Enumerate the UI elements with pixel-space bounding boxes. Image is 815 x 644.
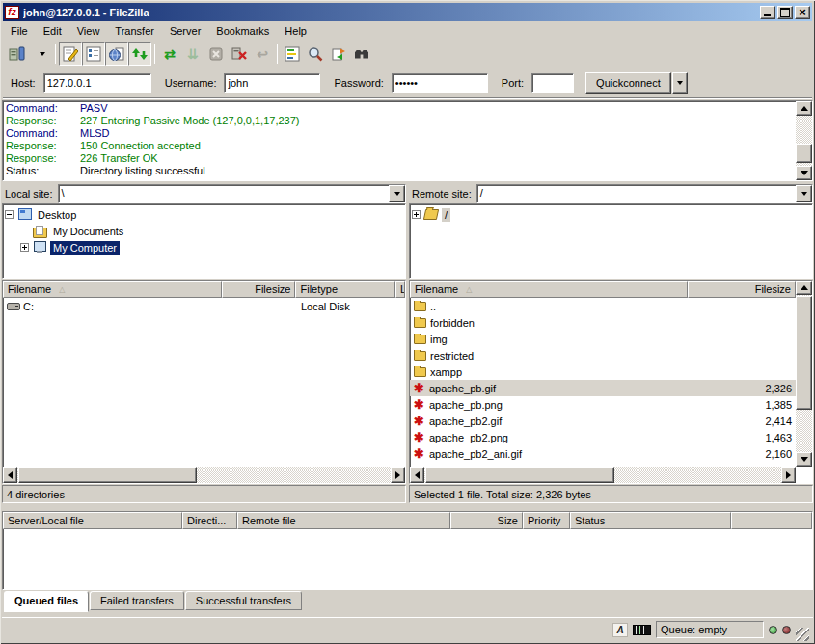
arrow-up-icon xyxy=(801,282,808,290)
local-tree-toggle-button[interactable] xyxy=(82,42,105,66)
menu-help[interactable]: Help xyxy=(277,23,314,39)
port-input[interactable] xyxy=(531,73,574,93)
expand-icon[interactable] xyxy=(20,243,29,252)
local-horizontal-scrollbar[interactable] xyxy=(3,467,405,483)
process-queue-button[interactable] xyxy=(181,42,204,66)
menu-transfer[interactable]: Transfer xyxy=(107,23,162,39)
scroll-left-button[interactable] xyxy=(3,467,17,483)
menu-view[interactable]: View xyxy=(69,23,108,39)
toolbar xyxy=(3,40,812,67)
scroll-up-button[interactable] xyxy=(796,281,812,295)
scrollbar-thumb[interactable] xyxy=(18,467,197,483)
remote-list-header: Filename△ Filesize xyxy=(410,281,812,298)
chevron-down-icon xyxy=(677,81,683,88)
disconnect-button[interactable] xyxy=(228,42,251,66)
remote-file-row[interactable]: xampp xyxy=(410,363,812,380)
password-input[interactable] xyxy=(392,73,488,93)
search-button[interactable] xyxy=(304,42,327,66)
scrollbar-thumb[interactable] xyxy=(425,467,614,483)
disconnect-icon xyxy=(231,46,247,62)
remote-file-row[interactable]: apache_pb.png 1,385 xyxy=(410,396,812,413)
close-button[interactable] xyxy=(795,6,810,19)
transfer-type-icon[interactable] xyxy=(612,623,628,637)
collapse-icon[interactable] xyxy=(5,210,14,219)
remote-file-row[interactable]: img xyxy=(410,331,812,347)
menu-file[interactable]: File xyxy=(3,23,36,39)
tree-item-my-computer[interactable]: My Computer xyxy=(20,239,405,255)
column-server-local-file[interactable]: Server/Local file xyxy=(3,512,182,529)
username-input[interactable] xyxy=(224,73,320,93)
column-priority[interactable]: Priority xyxy=(523,512,570,529)
menu-bookmarks[interactable]: Bookmarks xyxy=(208,23,277,39)
filter-button[interactable] xyxy=(281,42,304,66)
column-filename[interactable]: Filename△ xyxy=(3,281,222,298)
queue-toggle-button[interactable] xyxy=(128,42,151,66)
minimize-button[interactable] xyxy=(760,6,775,19)
remote-file-row[interactable]: apache_pb2.png 1,463 xyxy=(410,429,812,445)
remote-file-row[interactable]: forbidden xyxy=(410,314,812,331)
host-input[interactable] xyxy=(43,73,151,93)
column-size[interactable]: Size xyxy=(450,512,523,529)
expand-icon[interactable] xyxy=(412,210,421,219)
tab-queued-files[interactable]: Queued files xyxy=(4,591,89,612)
remote-vertical-scrollbar[interactable] xyxy=(796,281,812,467)
file-size: 1,385 xyxy=(688,399,796,411)
maximize-button[interactable] xyxy=(777,6,793,19)
combo-dropdown-button[interactable] xyxy=(389,185,405,202)
column-filename[interactable]: Filename△ xyxy=(410,281,688,298)
reconnect-icon xyxy=(257,47,268,61)
local-file-row[interactable]: C: Local Disk xyxy=(3,298,405,314)
synchronized-browsing-button[interactable] xyxy=(327,42,350,66)
speed-limit-icon[interactable] xyxy=(633,625,651,635)
remote-file-row[interactable]: apache_pb2.gif 2,414 xyxy=(410,413,812,429)
message-log-toggle-button[interactable] xyxy=(59,42,82,66)
menu-server[interactable]: Server xyxy=(162,23,208,39)
remote-file-row[interactable]: restricted xyxy=(410,347,812,363)
quickconnect-dropdown[interactable] xyxy=(672,72,688,94)
remote-tree-toggle-button[interactable] xyxy=(105,42,128,66)
column-filesize[interactable]: Filesize xyxy=(688,281,796,298)
resize-grip[interactable] xyxy=(796,628,809,641)
scroll-down-button[interactable] xyxy=(796,452,812,467)
title-bar[interactable]: john@127.0.0.1 - FileZilla xyxy=(3,3,812,21)
tree-item-my-documents[interactable]: My Documents xyxy=(20,223,405,239)
arrow-left-icon xyxy=(4,471,13,479)
remote-file-row[interactable]: .. xyxy=(410,298,812,314)
column-filetype[interactable]: Filetype xyxy=(295,281,395,298)
scrollbar-thumb[interactable] xyxy=(796,144,812,163)
scroll-down-button[interactable] xyxy=(796,166,812,180)
column-filesize[interactable]: Filesize xyxy=(222,281,296,298)
column-remote-file[interactable]: Remote file xyxy=(237,512,450,529)
tree-item-desktop[interactable]: Desktop xyxy=(5,206,405,223)
log-scrollbar[interactable] xyxy=(796,101,812,180)
remote-file-row[interactable]: apache_pb2_ani.gif 2,160 xyxy=(410,445,812,462)
reconnect-button[interactable] xyxy=(251,42,274,66)
remote-file-row-selected[interactable]: apache_pb.gif 2,326 xyxy=(410,380,812,396)
column-direction[interactable]: Directi... xyxy=(182,512,237,529)
tab-failed-transfers[interactable]: Failed transfers xyxy=(90,591,184,610)
tree-item-root[interactable]: / xyxy=(412,206,812,223)
site-manager-button[interactable] xyxy=(6,42,29,66)
log-line: Status:Directory listing successful xyxy=(3,165,812,177)
tab-successful-transfers[interactable]: Successful transfers xyxy=(185,591,302,610)
combo-dropdown-button[interactable] xyxy=(796,185,812,202)
remote-site-combo[interactable]: / xyxy=(476,184,813,203)
file-size: 2,414 xyxy=(688,416,796,427)
column-status[interactable]: Status xyxy=(570,512,731,529)
scroll-right-button[interactable] xyxy=(391,467,405,483)
menu-edit[interactable]: Edit xyxy=(36,23,69,39)
site-manager-dropdown[interactable] xyxy=(29,42,52,66)
local-site-combo[interactable]: \ xyxy=(58,184,406,203)
remote-horizontal-scrollbar[interactable] xyxy=(410,467,796,483)
scroll-right-button[interactable] xyxy=(781,467,796,483)
scroll-left-button[interactable] xyxy=(410,467,424,483)
scrollbar-thumb[interactable] xyxy=(796,296,812,410)
refresh-button[interactable] xyxy=(158,42,181,66)
directory-comparison-button[interactable] xyxy=(350,42,373,66)
quickconnect-button[interactable]: Quickconnect xyxy=(585,72,671,94)
column-last-modified[interactable]: L xyxy=(395,281,405,298)
file-name: xampp xyxy=(430,366,462,378)
scroll-up-button[interactable] xyxy=(796,101,812,116)
cancel-button[interactable] xyxy=(204,42,228,66)
file-name: apache_pb2_ani.gif xyxy=(429,448,522,460)
